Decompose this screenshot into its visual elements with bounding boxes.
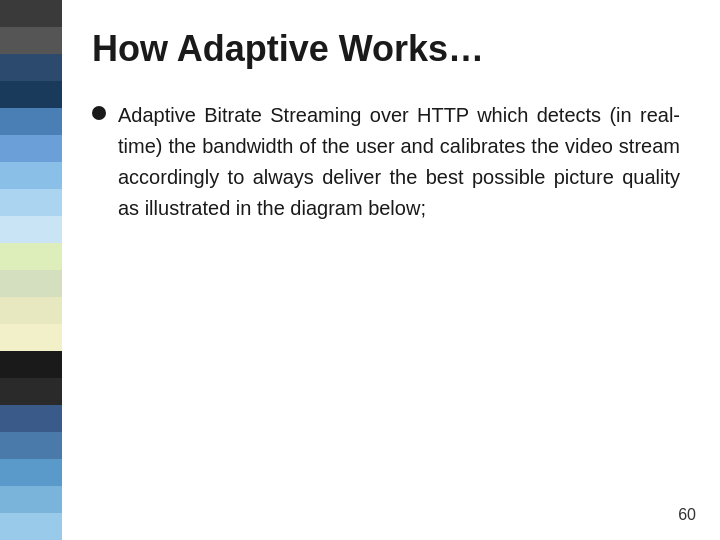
- stripe-12: [0, 297, 62, 324]
- stripe-17: [0, 432, 62, 459]
- bullet-text: Adaptive Bitrate Streaming over HTTP whi…: [118, 100, 680, 224]
- bullet-section: Adaptive Bitrate Streaming over HTTP whi…: [92, 100, 680, 224]
- sidebar: [0, 0, 62, 540]
- main-content: How Adaptive Works… Adaptive Bitrate Str…: [62, 0, 720, 540]
- stripe-9: [0, 216, 62, 243]
- page-number: 60: [678, 506, 696, 524]
- stripe-20: [0, 513, 62, 540]
- stripe-5: [0, 108, 62, 135]
- stripe-14: [0, 351, 62, 378]
- stripe-13: [0, 324, 62, 351]
- stripe-16: [0, 405, 62, 432]
- stripe-15: [0, 378, 62, 405]
- stripe-4: [0, 81, 62, 108]
- bullet-dot: [92, 106, 106, 120]
- slide-container: How Adaptive Works… Adaptive Bitrate Str…: [0, 0, 720, 540]
- stripe-11: [0, 270, 62, 297]
- slide-title: How Adaptive Works…: [92, 28, 680, 70]
- stripe-8: [0, 189, 62, 216]
- stripe-6: [0, 135, 62, 162]
- stripe-7: [0, 162, 62, 189]
- stripe-10: [0, 243, 62, 270]
- stripe-19: [0, 486, 62, 513]
- stripe-3: [0, 54, 62, 81]
- stripe-2: [0, 27, 62, 54]
- stripe-18: [0, 459, 62, 486]
- stripe-1: [0, 0, 62, 27]
